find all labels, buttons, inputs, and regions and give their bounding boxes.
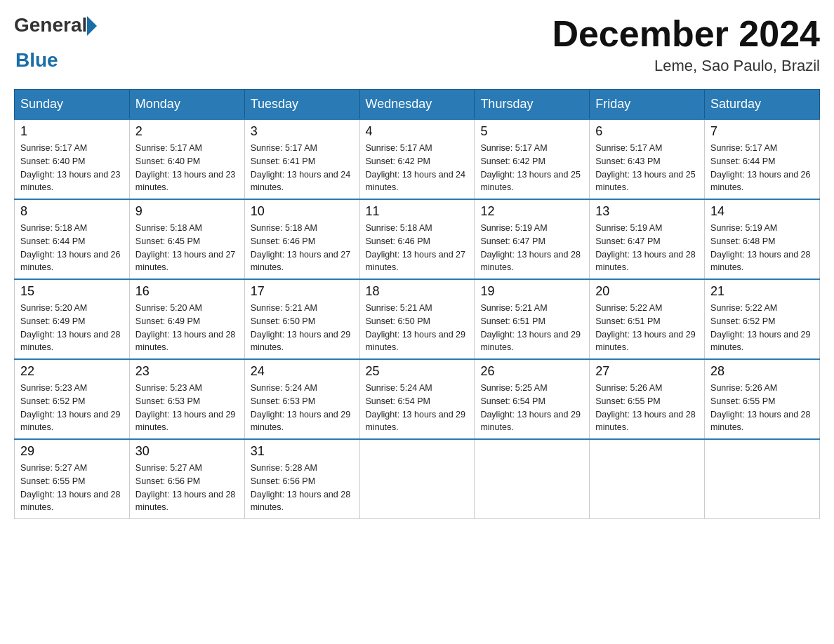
day-info: Sunrise: 5:21 AM Sunset: 6:50 PM Dayligh…: [251, 302, 354, 354]
day-info: Sunrise: 5:17 AM Sunset: 6:42 PM Dayligh…: [366, 142, 469, 194]
day-number: 27: [595, 364, 699, 379]
day-number: 26: [480, 364, 583, 379]
logo-blue-text: Blue: [15, 49, 97, 72]
col-sunday: Sunday: [15, 90, 130, 120]
day-info: Sunrise: 5:23 AM Sunset: 6:53 PM Dayligh…: [135, 382, 239, 434]
calendar-cell: 21 Sunrise: 5:22 AM Sunset: 6:52 PM Dayl…: [705, 279, 820, 359]
calendar-cell: 31 Sunrise: 5:28 AM Sunset: 6:56 PM Dayl…: [244, 439, 359, 519]
calendar-cell: [475, 439, 590, 519]
calendar-cell: 28 Sunrise: 5:26 AM Sunset: 6:55 PM Dayl…: [705, 359, 820, 439]
calendar-week-row-2: 8 Sunrise: 5:18 AM Sunset: 6:44 PM Dayli…: [15, 199, 820, 279]
day-number: 30: [135, 444, 239, 459]
day-number: 23: [135, 364, 239, 379]
day-number: 9: [135, 204, 239, 219]
day-number: 28: [710, 364, 814, 379]
day-number: 19: [480, 284, 583, 299]
day-info: Sunrise: 5:21 AM Sunset: 6:50 PM Dayligh…: [366, 302, 469, 354]
day-info: Sunrise: 5:20 AM Sunset: 6:49 PM Dayligh…: [20, 302, 124, 354]
day-number: 11: [366, 204, 469, 219]
logo: General Blue: [14, 14, 97, 72]
day-number: 31: [251, 444, 354, 459]
day-number: 7: [710, 124, 814, 139]
day-info: Sunrise: 5:18 AM Sunset: 6:46 PM Dayligh…: [366, 222, 469, 274]
calendar-cell: 26 Sunrise: 5:25 AM Sunset: 6:54 PM Dayl…: [475, 359, 590, 439]
location-subtitle: Leme, Sao Paulo, Brazil: [552, 57, 820, 75]
col-thursday: Thursday: [475, 90, 590, 120]
page-header: General Blue December 2024 Leme, Sao Pau…: [14, 14, 820, 75]
day-number: 17: [251, 284, 354, 299]
calendar-cell: 18 Sunrise: 5:21 AM Sunset: 6:50 PM Dayl…: [359, 279, 475, 359]
calendar-cell: 25 Sunrise: 5:24 AM Sunset: 6:54 PM Dayl…: [359, 359, 475, 439]
day-number: 6: [595, 124, 699, 139]
day-number: 2: [135, 124, 239, 139]
calendar-cell: 14 Sunrise: 5:19 AM Sunset: 6:48 PM Dayl…: [705, 199, 820, 279]
calendar-cell: 10 Sunrise: 5:18 AM Sunset: 6:46 PM Dayl…: [244, 199, 359, 279]
day-number: 25: [366, 364, 469, 379]
calendar-cell: 16 Sunrise: 5:20 AM Sunset: 6:49 PM Dayl…: [129, 279, 244, 359]
col-wednesday: Wednesday: [359, 90, 475, 120]
day-info: Sunrise: 5:23 AM Sunset: 6:52 PM Dayligh…: [20, 382, 124, 434]
calendar-cell: 20 Sunrise: 5:22 AM Sunset: 6:51 PM Dayl…: [590, 279, 705, 359]
calendar-cell: 27 Sunrise: 5:26 AM Sunset: 6:55 PM Dayl…: [590, 359, 705, 439]
day-info: Sunrise: 5:24 AM Sunset: 6:54 PM Dayligh…: [366, 382, 469, 434]
calendar-cell: 4 Sunrise: 5:17 AM Sunset: 6:42 PM Dayli…: [359, 119, 475, 199]
day-info: Sunrise: 5:24 AM Sunset: 6:53 PM Dayligh…: [251, 382, 354, 434]
title-area: December 2024 Leme, Sao Paulo, Brazil: [552, 14, 820, 75]
calendar-cell: 13 Sunrise: 5:19 AM Sunset: 6:47 PM Dayl…: [590, 199, 705, 279]
calendar-week-row-1: 1 Sunrise: 5:17 AM Sunset: 6:40 PM Dayli…: [15, 119, 820, 199]
day-number: 22: [20, 364, 124, 379]
calendar-cell: 9 Sunrise: 5:18 AM Sunset: 6:45 PM Dayli…: [129, 199, 244, 279]
day-info: Sunrise: 5:17 AM Sunset: 6:44 PM Dayligh…: [710, 142, 814, 194]
calendar-cell: 1 Sunrise: 5:17 AM Sunset: 6:40 PM Dayli…: [15, 119, 130, 199]
day-info: Sunrise: 5:17 AM Sunset: 6:40 PM Dayligh…: [20, 142, 124, 194]
calendar-cell: 6 Sunrise: 5:17 AM Sunset: 6:43 PM Dayli…: [590, 119, 705, 199]
logo-general-text: General: [14, 14, 87, 36]
day-number: 16: [135, 284, 239, 299]
day-number: 4: [366, 124, 469, 139]
calendar-cell: 11 Sunrise: 5:18 AM Sunset: 6:46 PM Dayl…: [359, 199, 475, 279]
day-number: 1: [20, 124, 124, 139]
month-title: December 2024: [552, 14, 820, 54]
col-saturday: Saturday: [705, 90, 820, 120]
day-info: Sunrise: 5:19 AM Sunset: 6:47 PM Dayligh…: [595, 222, 699, 274]
calendar-header-row: Sunday Monday Tuesday Wednesday Thursday…: [15, 90, 820, 120]
day-number: 13: [595, 204, 699, 219]
day-info: Sunrise: 5:21 AM Sunset: 6:51 PM Dayligh…: [480, 302, 583, 354]
calendar-cell: 2 Sunrise: 5:17 AM Sunset: 6:40 PM Dayli…: [129, 119, 244, 199]
calendar-week-row-5: 29 Sunrise: 5:27 AM Sunset: 6:55 PM Dayl…: [15, 439, 820, 519]
day-number: 18: [366, 284, 469, 299]
day-info: Sunrise: 5:18 AM Sunset: 6:45 PM Dayligh…: [135, 222, 239, 274]
col-friday: Friday: [590, 90, 705, 120]
calendar-cell: 3 Sunrise: 5:17 AM Sunset: 6:41 PM Dayli…: [244, 119, 359, 199]
day-number: 15: [20, 284, 124, 299]
day-info: Sunrise: 5:27 AM Sunset: 6:55 PM Dayligh…: [20, 462, 124, 514]
day-number: 14: [710, 204, 814, 219]
calendar-table: Sunday Monday Tuesday Wednesday Thursday…: [14, 89, 820, 519]
calendar-cell: 7 Sunrise: 5:17 AM Sunset: 6:44 PM Dayli…: [705, 119, 820, 199]
day-info: Sunrise: 5:26 AM Sunset: 6:55 PM Dayligh…: [710, 382, 814, 434]
calendar-cell: 8 Sunrise: 5:18 AM Sunset: 6:44 PM Dayli…: [15, 199, 130, 279]
calendar-cell: [705, 439, 820, 519]
day-info: Sunrise: 5:22 AM Sunset: 6:51 PM Dayligh…: [595, 302, 699, 354]
day-number: 3: [251, 124, 354, 139]
col-tuesday: Tuesday: [244, 90, 359, 120]
day-info: Sunrise: 5:18 AM Sunset: 6:44 PM Dayligh…: [20, 222, 124, 274]
logo-arrow-icon: [87, 16, 97, 36]
calendar-cell: [590, 439, 705, 519]
day-info: Sunrise: 5:17 AM Sunset: 6:40 PM Dayligh…: [135, 142, 239, 194]
calendar-cell: 15 Sunrise: 5:20 AM Sunset: 6:49 PM Dayl…: [15, 279, 130, 359]
day-info: Sunrise: 5:18 AM Sunset: 6:46 PM Dayligh…: [251, 222, 354, 274]
day-info: Sunrise: 5:17 AM Sunset: 6:41 PM Dayligh…: [251, 142, 354, 194]
day-info: Sunrise: 5:19 AM Sunset: 6:47 PM Dayligh…: [480, 222, 583, 274]
day-info: Sunrise: 5:17 AM Sunset: 6:42 PM Dayligh…: [480, 142, 583, 194]
day-number: 24: [251, 364, 354, 379]
calendar-cell: 12 Sunrise: 5:19 AM Sunset: 6:47 PM Dayl…: [475, 199, 590, 279]
day-number: 29: [20, 444, 124, 459]
calendar-cell: 22 Sunrise: 5:23 AM Sunset: 6:52 PM Dayl…: [15, 359, 130, 439]
day-info: Sunrise: 5:20 AM Sunset: 6:49 PM Dayligh…: [135, 302, 239, 354]
col-monday: Monday: [129, 90, 244, 120]
day-number: 10: [251, 204, 354, 219]
calendar-week-row-3: 15 Sunrise: 5:20 AM Sunset: 6:49 PM Dayl…: [15, 279, 820, 359]
day-info: Sunrise: 5:26 AM Sunset: 6:55 PM Dayligh…: [595, 382, 699, 434]
calendar-cell: [359, 439, 475, 519]
